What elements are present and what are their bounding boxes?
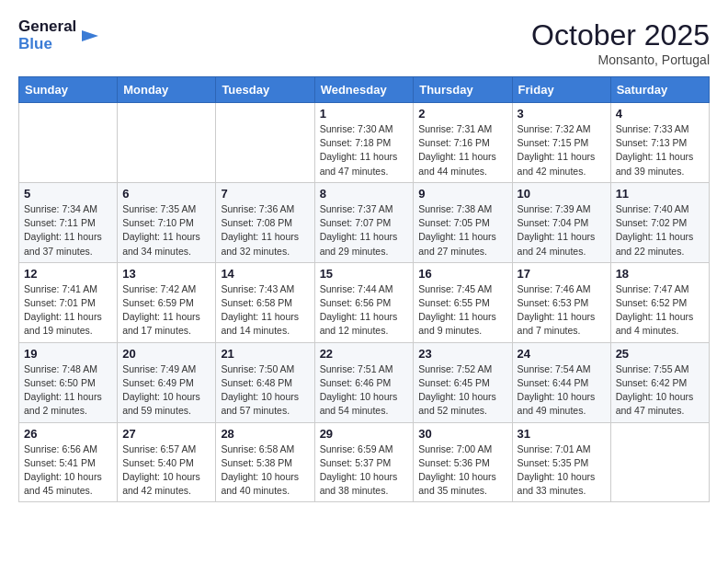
- day-number: 29: [320, 427, 409, 441]
- day-number: 19: [24, 347, 112, 361]
- calendar-cell: 27Sunrise: 6:57 AMSunset: 5:40 PMDayligh…: [118, 422, 216, 502]
- day-number: 2: [418, 107, 506, 121]
- day-number: 14: [221, 267, 309, 281]
- calendar-cell: 6Sunrise: 7:35 AMSunset: 7:10 PMDaylight…: [118, 182, 216, 262]
- week-row-4: 19Sunrise: 7:48 AMSunset: 6:50 PMDayligh…: [19, 342, 710, 422]
- day-number: 24: [518, 347, 606, 361]
- svg-marker-0: [82, 30, 98, 41]
- calendar-cell: [19, 103, 118, 183]
- calendar-cell: 22Sunrise: 7:51 AMSunset: 6:46 PMDayligh…: [314, 342, 414, 422]
- logo-text: GeneralBlue: [18, 18, 76, 52]
- day-number: 11: [616, 187, 704, 201]
- day-number: 9: [418, 187, 506, 201]
- calendar-cell: 9Sunrise: 7:38 AMSunset: 7:05 PMDaylight…: [414, 182, 512, 262]
- week-row-3: 12Sunrise: 7:41 AMSunset: 7:01 PMDayligh…: [19, 262, 710, 342]
- day-info: Sunrise: 7:40 AMSunset: 7:02 PMDaylight:…: [616, 202, 704, 259]
- day-number: 20: [122, 347, 210, 361]
- weekday-header-wednesday: Wednesday: [314, 77, 414, 103]
- calendar-cell: 16Sunrise: 7:45 AMSunset: 6:55 PMDayligh…: [414, 262, 512, 342]
- day-number: 15: [320, 267, 409, 281]
- logo-triangle-icon: [82, 23, 98, 49]
- calendar-cell: 24Sunrise: 7:54 AMSunset: 6:44 PMDayligh…: [512, 342, 610, 422]
- day-number: 27: [122, 427, 210, 441]
- day-number: 21: [221, 347, 309, 361]
- calendar-cell: 26Sunrise: 6:56 AMSunset: 5:41 PMDayligh…: [19, 422, 118, 502]
- day-number: 17: [518, 267, 606, 281]
- day-info: Sunrise: 7:54 AMSunset: 6:44 PMDaylight:…: [518, 362, 606, 419]
- day-info: Sunrise: 7:47 AMSunset: 6:52 PMDaylight:…: [616, 282, 704, 339]
- logo: GeneralBlue: [18, 18, 98, 52]
- day-info: Sunrise: 7:49 AMSunset: 6:49 PMDaylight:…: [122, 362, 210, 419]
- day-info: Sunrise: 7:42 AMSunset: 6:59 PMDaylight:…: [122, 282, 210, 339]
- weekday-header-saturday: Saturday: [610, 77, 709, 103]
- day-info: Sunrise: 7:39 AMSunset: 7:04 PMDaylight:…: [518, 202, 606, 259]
- calendar-cell: 20Sunrise: 7:49 AMSunset: 6:49 PMDayligh…: [118, 342, 216, 422]
- day-info: Sunrise: 7:38 AMSunset: 7:05 PMDaylight:…: [418, 202, 506, 259]
- day-info: Sunrise: 7:34 AMSunset: 7:11 PMDaylight:…: [24, 202, 112, 259]
- weekday-header-row: SundayMondayTuesdayWednesdayThursdayFrid…: [19, 77, 710, 103]
- day-number: 5: [24, 187, 112, 201]
- day-info: Sunrise: 6:57 AMSunset: 5:40 PMDaylight:…: [122, 442, 210, 499]
- calendar-cell: 17Sunrise: 7:46 AMSunset: 6:53 PMDayligh…: [512, 262, 610, 342]
- day-info: Sunrise: 7:31 AMSunset: 7:16 PMDaylight:…: [418, 122, 506, 178]
- day-number: 28: [221, 427, 309, 441]
- calendar-cell: 19Sunrise: 7:48 AMSunset: 6:50 PMDayligh…: [19, 342, 118, 422]
- day-number: 3: [518, 107, 606, 121]
- calendar-cell: 13Sunrise: 7:42 AMSunset: 6:59 PMDayligh…: [118, 262, 216, 342]
- calendar-cell: [610, 422, 709, 502]
- day-number: 31: [518, 427, 606, 441]
- day-info: Sunrise: 6:58 AMSunset: 5:38 PMDaylight:…: [221, 442, 309, 499]
- location-subtitle: Monsanto, Portugal: [531, 52, 710, 67]
- day-number: 8: [320, 187, 409, 201]
- calendar-cell: 15Sunrise: 7:44 AMSunset: 6:56 PMDayligh…: [314, 262, 414, 342]
- day-info: Sunrise: 7:01 AMSunset: 5:35 PMDaylight:…: [518, 442, 606, 499]
- day-number: 23: [418, 347, 506, 361]
- calendar-cell: 30Sunrise: 7:00 AMSunset: 5:36 PMDayligh…: [414, 422, 512, 502]
- calendar-cell: 14Sunrise: 7:43 AMSunset: 6:58 PMDayligh…: [216, 262, 314, 342]
- day-info: Sunrise: 7:45 AMSunset: 6:55 PMDaylight:…: [418, 282, 506, 339]
- day-info: Sunrise: 7:33 AMSunset: 7:13 PMDaylight:…: [616, 122, 704, 178]
- page-header: GeneralBlue October 2025 Monsanto, Portu…: [18, 18, 710, 67]
- calendar-cell: 2Sunrise: 7:31 AMSunset: 7:16 PMDaylight…: [414, 103, 512, 183]
- weekday-header-tuesday: Tuesday: [216, 77, 314, 103]
- month-title: October 2025: [531, 18, 710, 52]
- day-number: 1: [320, 107, 409, 121]
- calendar-cell: [118, 103, 216, 183]
- day-info: Sunrise: 7:00 AMSunset: 5:36 PMDaylight:…: [418, 442, 506, 499]
- calendar-cell: 23Sunrise: 7:52 AMSunset: 6:45 PMDayligh…: [414, 342, 512, 422]
- day-info: Sunrise: 6:59 AMSunset: 5:37 PMDaylight:…: [320, 442, 409, 499]
- day-info: Sunrise: 7:30 AMSunset: 7:18 PMDaylight:…: [320, 122, 409, 178]
- week-row-2: 5Sunrise: 7:34 AMSunset: 7:11 PMDaylight…: [19, 182, 710, 262]
- day-number: 10: [518, 187, 606, 201]
- day-info: Sunrise: 7:32 AMSunset: 7:15 PMDaylight:…: [518, 122, 606, 178]
- calendar-cell: 1Sunrise: 7:30 AMSunset: 7:18 PMDaylight…: [314, 103, 414, 183]
- day-number: 6: [122, 187, 210, 201]
- day-info: Sunrise: 7:52 AMSunset: 6:45 PMDaylight:…: [418, 362, 506, 419]
- day-number: 12: [24, 267, 112, 281]
- calendar-table: SundayMondayTuesdayWednesdayThursdayFrid…: [18, 76, 710, 502]
- weekday-header-sunday: Sunday: [19, 77, 118, 103]
- week-row-5: 26Sunrise: 6:56 AMSunset: 5:41 PMDayligh…: [19, 422, 710, 502]
- calendar-cell: 5Sunrise: 7:34 AMSunset: 7:11 PMDaylight…: [19, 182, 118, 262]
- weekday-header-thursday: Thursday: [414, 77, 512, 103]
- day-number: 7: [221, 187, 309, 201]
- day-info: Sunrise: 7:46 AMSunset: 6:53 PMDaylight:…: [518, 282, 606, 339]
- calendar-cell: [216, 103, 314, 183]
- week-row-1: 1Sunrise: 7:30 AMSunset: 7:18 PMDaylight…: [19, 103, 710, 183]
- day-info: Sunrise: 6:56 AMSunset: 5:41 PMDaylight:…: [24, 442, 112, 499]
- calendar-cell: 7Sunrise: 7:36 AMSunset: 7:08 PMDaylight…: [216, 182, 314, 262]
- calendar-cell: 25Sunrise: 7:55 AMSunset: 6:42 PMDayligh…: [610, 342, 709, 422]
- title-block: October 2025 Monsanto, Portugal: [531, 18, 710, 67]
- calendar-cell: 10Sunrise: 7:39 AMSunset: 7:04 PMDayligh…: [512, 182, 610, 262]
- calendar-cell: 4Sunrise: 7:33 AMSunset: 7:13 PMDaylight…: [610, 103, 709, 183]
- day-info: Sunrise: 7:35 AMSunset: 7:10 PMDaylight:…: [122, 202, 210, 259]
- day-info: Sunrise: 7:50 AMSunset: 6:48 PMDaylight:…: [221, 362, 309, 419]
- day-info: Sunrise: 7:43 AMSunset: 6:58 PMDaylight:…: [221, 282, 309, 339]
- calendar-cell: 18Sunrise: 7:47 AMSunset: 6:52 PMDayligh…: [610, 262, 709, 342]
- weekday-header-monday: Monday: [118, 77, 216, 103]
- day-number: 30: [418, 427, 506, 441]
- calendar-cell: 21Sunrise: 7:50 AMSunset: 6:48 PMDayligh…: [216, 342, 314, 422]
- day-number: 26: [24, 427, 112, 441]
- day-info: Sunrise: 7:36 AMSunset: 7:08 PMDaylight:…: [221, 202, 309, 259]
- calendar-cell: 29Sunrise: 6:59 AMSunset: 5:37 PMDayligh…: [314, 422, 414, 502]
